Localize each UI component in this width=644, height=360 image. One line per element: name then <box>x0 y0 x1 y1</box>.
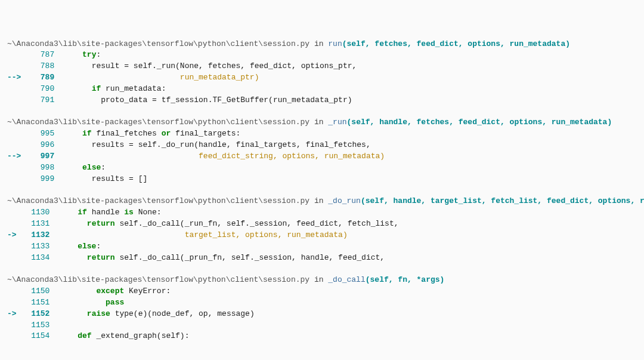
arrow-marker <box>7 50 26 59</box>
code-token: results = [] <box>92 174 148 183</box>
frame-sig: (self, handle, fetches, feed_dict, optio… <box>347 118 612 127</box>
line-number: 1132 <box>21 230 49 241</box>
arrow-marker <box>7 331 21 340</box>
code-token: try <box>82 50 96 59</box>
arrow-marker: -> <box>7 230 21 239</box>
line-number: 1150 <box>21 286 49 297</box>
code-token: proto_data = tf_session.TF_GetBuffer(run… <box>101 96 352 104</box>
line-number: 1151 <box>21 297 49 309</box>
code-token: final_fetches <box>92 129 162 138</box>
code-token: self._do_call(_run_fn, self._session, fe… <box>115 219 399 228</box>
in-word: in <box>309 275 328 284</box>
line-number: 1134 <box>21 253 49 264</box>
arrow-marker <box>7 321 21 330</box>
arrow-marker <box>7 129 26 138</box>
line-number: 1152 <box>21 309 49 320</box>
arrow-marker <box>7 287 21 296</box>
arrow-marker <box>7 174 26 183</box>
code-token: run_metadata_ptr) <box>54 73 259 82</box>
code-token: : <box>96 50 101 59</box>
code-token: or <box>162 129 171 138</box>
code-token: run_metadata: <box>101 84 166 93</box>
frame-fn: run <box>328 39 342 48</box>
line-number: 1153 <box>21 320 49 331</box>
frame-path: ~\Anaconda3\lib\site-packages\tensorflow… <box>7 39 309 48</box>
arrow-marker <box>7 140 26 149</box>
line-number: 997 <box>26 151 54 162</box>
arrow-marker <box>7 298 21 307</box>
code-token: else <box>82 163 101 172</box>
arrow-marker: --> <box>7 152 26 161</box>
code-token: _extend_graph(self): <box>92 331 190 340</box>
code-token: self._do_call(_prun_fn, self._session, h… <box>115 253 385 262</box>
frame-sig: (self, handle, target_list, fetch_list, … <box>361 196 644 205</box>
in-word: in <box>309 196 328 205</box>
arrow-marker <box>7 61 26 70</box>
arrow-marker <box>7 242 21 251</box>
line-number: 790 <box>26 84 54 95</box>
line-number: 998 <box>26 162 54 174</box>
frame-fn: _do_run <box>328 196 361 205</box>
line-number: 1133 <box>21 241 49 253</box>
code-token: pass <box>106 298 124 307</box>
line-number: 787 <box>26 50 54 61</box>
arrow-marker <box>7 219 21 228</box>
code-token: result = self._run(None, fetches, feed_d… <box>92 61 357 70</box>
frame-sig: (self, fetches, feed_dict, options, run_… <box>342 39 570 48</box>
code-token: if <box>82 129 92 138</box>
arrow-marker <box>7 84 26 93</box>
frame-path: ~\Anaconda3\lib\site-packages\tensorflow… <box>7 275 309 284</box>
line-number: 999 <box>26 174 54 185</box>
line-number: 995 <box>26 128 54 140</box>
code-token: return <box>87 253 115 262</box>
code-token: if <box>78 208 87 217</box>
code-token: is <box>124 208 134 217</box>
frame-fn: _run <box>328 118 346 127</box>
code-token: raise <box>87 309 110 318</box>
line-number: 1131 <box>21 219 49 230</box>
arrow-marker: --> <box>7 73 26 82</box>
line-number: 996 <box>26 140 54 151</box>
code-token: None: <box>134 208 162 217</box>
code-token: def <box>78 331 91 340</box>
frame-fn: _do_call <box>328 275 365 284</box>
line-number: 788 <box>26 61 54 72</box>
code-token: return <box>87 219 115 228</box>
line-number: 1130 <box>21 207 49 219</box>
code-token: KeyError: <box>124 287 171 296</box>
code-token: type(e)(node_def, op, message) <box>110 309 255 318</box>
line-number: 1154 <box>21 331 49 342</box>
frame-sig: (self, fn, *args) <box>366 275 445 284</box>
code-token: handle <box>87 208 124 217</box>
code-token: feed_dict_string, options, run_metadata) <box>54 152 385 161</box>
code-token: target_list, options, run_metadata) <box>49 230 347 239</box>
code-token: if <box>92 84 101 93</box>
code-token: : <box>101 163 106 172</box>
code-token: : <box>96 242 101 251</box>
arrow-marker: -> <box>7 309 21 318</box>
line-number: 791 <box>26 95 54 106</box>
in-word: in <box>309 118 328 127</box>
code-token: else <box>78 242 96 251</box>
arrow-marker <box>7 208 21 217</box>
code-token: results = self._do_run(handle, final_tar… <box>92 140 371 149</box>
arrow-marker <box>7 163 26 172</box>
traceback: ~\Anaconda3\lib\site-packages\tensorflow… <box>7 39 637 354</box>
in-word: in <box>309 39 328 48</box>
frame-path: ~\Anaconda3\lib\site-packages\tensorflow… <box>7 196 309 205</box>
arrow-marker <box>7 253 21 262</box>
code-token: except <box>96 287 124 296</box>
arrow-marker <box>7 96 26 104</box>
line-number: 789 <box>26 72 54 84</box>
code-token: final_targets: <box>171 129 240 138</box>
frame-path: ~\Anaconda3\lib\site-packages\tensorflow… <box>7 118 309 127</box>
